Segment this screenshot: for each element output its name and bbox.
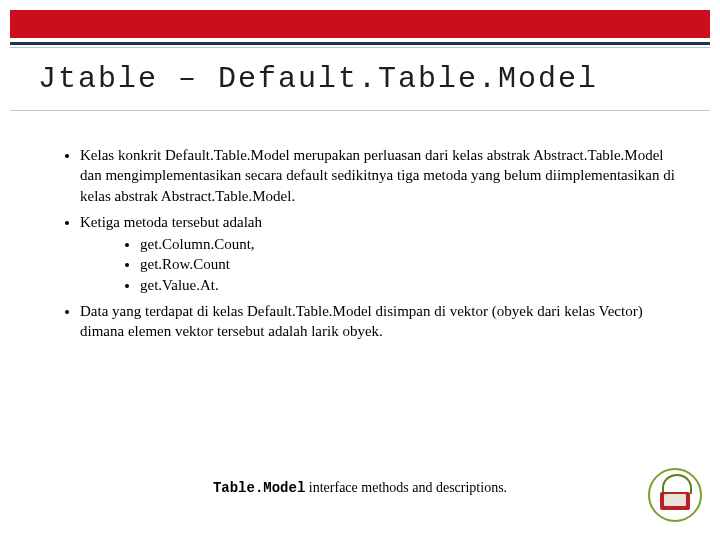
title-divider	[10, 110, 710, 111]
bullet-3: Data yang terdapat di kelas Default.Tabl…	[80, 301, 680, 342]
footer-caption: Table.Model interface methods and descri…	[0, 480, 720, 496]
header-rule-dark	[10, 42, 710, 45]
bullet-2-sub-2: get.Row.Count	[140, 254, 680, 274]
bullet-2-sub-1: get.Column.Count,	[140, 234, 680, 254]
bullet-2: Ketiga metoda tersebut adalah get.Column…	[80, 212, 680, 295]
bullet-2-sub-3: get.Value.At.	[140, 275, 680, 295]
body-content: Kelas konkrit Default.Table.Model merupa…	[60, 145, 680, 347]
header-rule-light	[10, 47, 710, 48]
bullet-1: Kelas konkrit Default.Table.Model merupa…	[80, 145, 680, 206]
caption-text: interface methods and descriptions.	[309, 480, 507, 495]
university-logo-icon	[648, 468, 702, 522]
bullet-2-text: Ketiga metoda tersebut adalah	[80, 214, 262, 230]
slide-title: Jtable – Default.Table.Model	[38, 62, 598, 96]
header-bar	[10, 10, 710, 38]
caption-code: Table.Model	[213, 480, 305, 496]
